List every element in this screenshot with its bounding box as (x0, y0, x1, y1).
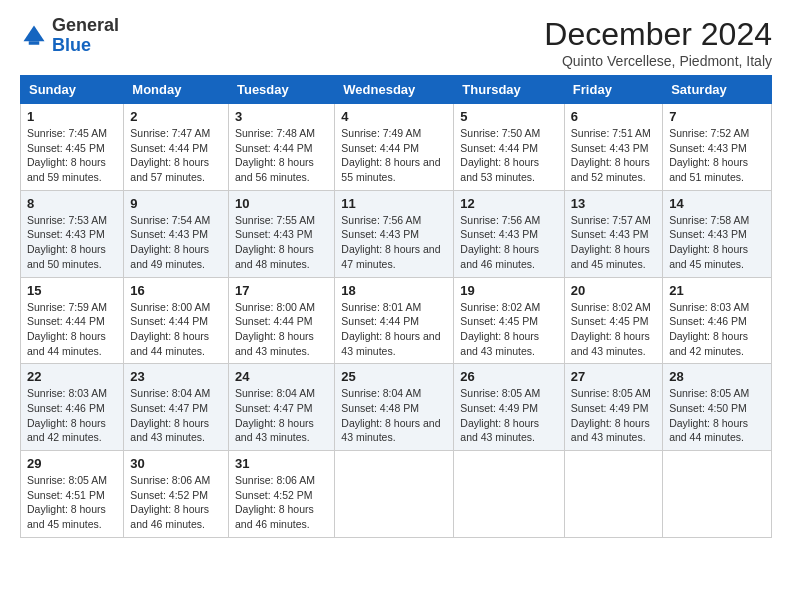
day-detail: Sunrise: 7:48 AM Sunset: 4:44 PM Dayligh… (235, 126, 328, 185)
day-number: 5 (460, 109, 558, 124)
header-wednesday: Wednesday (335, 76, 454, 104)
day-number: 28 (669, 369, 765, 384)
day-detail: Sunrise: 8:00 AM Sunset: 4:44 PM Dayligh… (235, 300, 328, 359)
day-detail: Sunrise: 8:06 AM Sunset: 4:52 PM Dayligh… (130, 473, 222, 532)
day-cell: 3 Sunrise: 7:48 AM Sunset: 4:44 PM Dayli… (228, 104, 334, 191)
day-cell: 7 Sunrise: 7:52 AM Sunset: 4:43 PM Dayli… (663, 104, 772, 191)
week-row-4: 22 Sunrise: 8:03 AM Sunset: 4:46 PM Dayl… (21, 364, 772, 451)
day-cell (454, 451, 565, 538)
day-detail: Sunrise: 8:03 AM Sunset: 4:46 PM Dayligh… (669, 300, 765, 359)
day-cell: 5 Sunrise: 7:50 AM Sunset: 4:44 PM Dayli… (454, 104, 565, 191)
day-cell: 18 Sunrise: 8:01 AM Sunset: 4:44 PM Dayl… (335, 277, 454, 364)
day-cell: 6 Sunrise: 7:51 AM Sunset: 4:43 PM Dayli… (564, 104, 662, 191)
day-detail: Sunrise: 8:05 AM Sunset: 4:50 PM Dayligh… (669, 386, 765, 445)
day-number: 7 (669, 109, 765, 124)
day-number: 12 (460, 196, 558, 211)
location: Quinto Vercellese, Piedmont, Italy (544, 53, 772, 69)
day-number: 13 (571, 196, 656, 211)
day-cell: 26 Sunrise: 8:05 AM Sunset: 4:49 PM Dayl… (454, 364, 565, 451)
day-number: 10 (235, 196, 328, 211)
header-friday: Friday (564, 76, 662, 104)
week-row-5: 29 Sunrise: 8:05 AM Sunset: 4:51 PM Dayl… (21, 451, 772, 538)
svg-rect-1 (29, 41, 40, 45)
day-detail: Sunrise: 8:03 AM Sunset: 4:46 PM Dayligh… (27, 386, 117, 445)
day-cell: 15 Sunrise: 7:59 AM Sunset: 4:44 PM Dayl… (21, 277, 124, 364)
day-cell: 4 Sunrise: 7:49 AM Sunset: 4:44 PM Dayli… (335, 104, 454, 191)
day-number: 25 (341, 369, 447, 384)
day-cell: 28 Sunrise: 8:05 AM Sunset: 4:50 PM Dayl… (663, 364, 772, 451)
day-detail: Sunrise: 7:45 AM Sunset: 4:45 PM Dayligh… (27, 126, 117, 185)
day-number: 31 (235, 456, 328, 471)
logo-icon (20, 22, 48, 50)
day-detail: Sunrise: 7:57 AM Sunset: 4:43 PM Dayligh… (571, 213, 656, 272)
calendar-table: SundayMondayTuesdayWednesdayThursdayFrid… (20, 75, 772, 538)
day-cell: 8 Sunrise: 7:53 AM Sunset: 4:43 PM Dayli… (21, 190, 124, 277)
day-number: 1 (27, 109, 117, 124)
logo-blue: Blue (52, 35, 91, 55)
day-detail: Sunrise: 8:04 AM Sunset: 4:47 PM Dayligh… (235, 386, 328, 445)
day-number: 18 (341, 283, 447, 298)
week-row-2: 8 Sunrise: 7:53 AM Sunset: 4:43 PM Dayli… (21, 190, 772, 277)
day-number: 4 (341, 109, 447, 124)
day-cell: 31 Sunrise: 8:06 AM Sunset: 4:52 PM Dayl… (228, 451, 334, 538)
day-detail: Sunrise: 7:50 AM Sunset: 4:44 PM Dayligh… (460, 126, 558, 185)
day-cell: 25 Sunrise: 8:04 AM Sunset: 4:48 PM Dayl… (335, 364, 454, 451)
day-number: 17 (235, 283, 328, 298)
week-row-3: 15 Sunrise: 7:59 AM Sunset: 4:44 PM Dayl… (21, 277, 772, 364)
day-number: 29 (27, 456, 117, 471)
day-detail: Sunrise: 7:59 AM Sunset: 4:44 PM Dayligh… (27, 300, 117, 359)
day-cell: 23 Sunrise: 8:04 AM Sunset: 4:47 PM Dayl… (124, 364, 229, 451)
day-number: 6 (571, 109, 656, 124)
day-number: 19 (460, 283, 558, 298)
header-tuesday: Tuesday (228, 76, 334, 104)
day-number: 3 (235, 109, 328, 124)
logo: General Blue (20, 16, 119, 56)
header-thursday: Thursday (454, 76, 565, 104)
day-detail: Sunrise: 8:05 AM Sunset: 4:49 PM Dayligh… (571, 386, 656, 445)
day-cell: 19 Sunrise: 8:02 AM Sunset: 4:45 PM Dayl… (454, 277, 565, 364)
day-cell (663, 451, 772, 538)
day-cell (335, 451, 454, 538)
day-detail: Sunrise: 7:54 AM Sunset: 4:43 PM Dayligh… (130, 213, 222, 272)
header-saturday: Saturday (663, 76, 772, 104)
day-cell: 27 Sunrise: 8:05 AM Sunset: 4:49 PM Dayl… (564, 364, 662, 451)
day-number: 30 (130, 456, 222, 471)
day-detail: Sunrise: 8:04 AM Sunset: 4:48 PM Dayligh… (341, 386, 447, 445)
svg-marker-0 (24, 25, 45, 41)
day-detail: Sunrise: 8:05 AM Sunset: 4:49 PM Dayligh… (460, 386, 558, 445)
day-number: 26 (460, 369, 558, 384)
day-cell: 10 Sunrise: 7:55 AM Sunset: 4:43 PM Dayl… (228, 190, 334, 277)
day-detail: Sunrise: 7:56 AM Sunset: 4:43 PM Dayligh… (460, 213, 558, 272)
day-cell: 29 Sunrise: 8:05 AM Sunset: 4:51 PM Dayl… (21, 451, 124, 538)
day-number: 27 (571, 369, 656, 384)
day-number: 20 (571, 283, 656, 298)
day-detail: Sunrise: 7:56 AM Sunset: 4:43 PM Dayligh… (341, 213, 447, 272)
header-row: SundayMondayTuesdayWednesdayThursdayFrid… (21, 76, 772, 104)
day-detail: Sunrise: 8:00 AM Sunset: 4:44 PM Dayligh… (130, 300, 222, 359)
day-cell: 11 Sunrise: 7:56 AM Sunset: 4:43 PM Dayl… (335, 190, 454, 277)
day-detail: Sunrise: 8:01 AM Sunset: 4:44 PM Dayligh… (341, 300, 447, 359)
day-number: 22 (27, 369, 117, 384)
day-number: 8 (27, 196, 117, 211)
day-detail: Sunrise: 8:06 AM Sunset: 4:52 PM Dayligh… (235, 473, 328, 532)
day-cell: 20 Sunrise: 8:02 AM Sunset: 4:45 PM Dayl… (564, 277, 662, 364)
day-detail: Sunrise: 8:05 AM Sunset: 4:51 PM Dayligh… (27, 473, 117, 532)
day-number: 14 (669, 196, 765, 211)
day-cell: 12 Sunrise: 7:56 AM Sunset: 4:43 PM Dayl… (454, 190, 565, 277)
week-row-1: 1 Sunrise: 7:45 AM Sunset: 4:45 PM Dayli… (21, 104, 772, 191)
day-cell: 17 Sunrise: 8:00 AM Sunset: 4:44 PM Dayl… (228, 277, 334, 364)
day-detail: Sunrise: 7:52 AM Sunset: 4:43 PM Dayligh… (669, 126, 765, 185)
day-cell: 2 Sunrise: 7:47 AM Sunset: 4:44 PM Dayli… (124, 104, 229, 191)
day-detail: Sunrise: 8:02 AM Sunset: 4:45 PM Dayligh… (571, 300, 656, 359)
header-monday: Monday (124, 76, 229, 104)
day-number: 15 (27, 283, 117, 298)
day-cell: 21 Sunrise: 8:03 AM Sunset: 4:46 PM Dayl… (663, 277, 772, 364)
logo-general: General (52, 15, 119, 35)
header: General Blue December 2024 Quinto Vercel… (20, 16, 772, 69)
day-cell: 9 Sunrise: 7:54 AM Sunset: 4:43 PM Dayli… (124, 190, 229, 277)
day-number: 24 (235, 369, 328, 384)
day-cell: 14 Sunrise: 7:58 AM Sunset: 4:43 PM Dayl… (663, 190, 772, 277)
header-sunday: Sunday (21, 76, 124, 104)
day-cell: 1 Sunrise: 7:45 AM Sunset: 4:45 PM Dayli… (21, 104, 124, 191)
day-number: 11 (341, 196, 447, 211)
